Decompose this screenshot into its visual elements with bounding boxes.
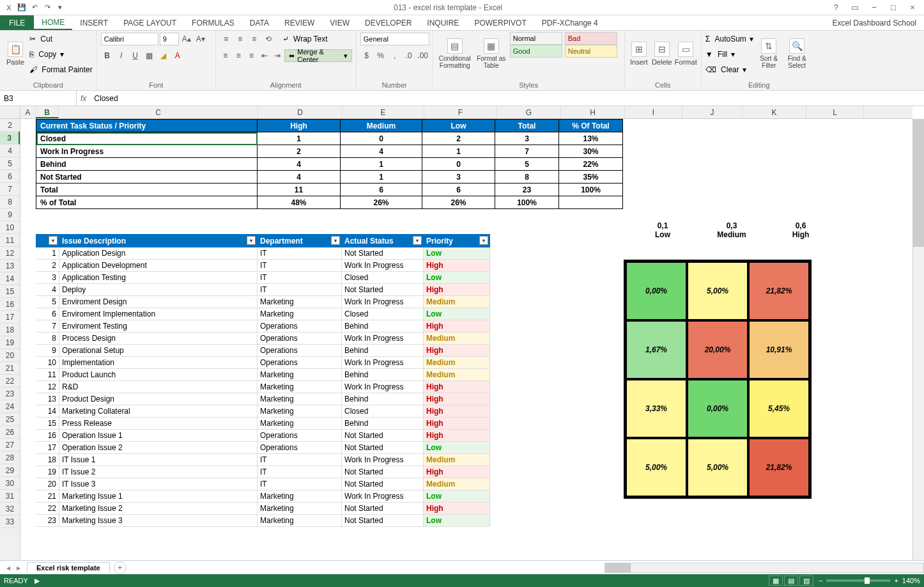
zoom-control[interactable]: − + 140% [819, 577, 920, 584]
ribbon-tab-review[interactable]: REVIEW [277, 15, 322, 30]
row-header[interactable]: 7 [0, 183, 20, 196]
name-box-input[interactable] [4, 94, 72, 103]
table-row[interactable]: Closed102313% [36, 132, 623, 145]
header-desc[interactable]: Issue Description▾ [59, 235, 258, 247]
autosum-button[interactable]: Σ AutoSum ▾ [705, 32, 753, 46]
table-row[interactable]: Behind410522% [36, 158, 623, 171]
add-sheet-button[interactable]: + [114, 561, 127, 574]
risk-cell[interactable]: 0,00% [626, 262, 687, 320]
ribbon-tab-view[interactable]: VIEW [322, 15, 357, 30]
fill-color-button[interactable]: ◢ [157, 49, 170, 62]
row-header[interactable]: 4 [0, 145, 20, 157]
risk-cell[interactable]: 10,91% [748, 320, 810, 379]
ribbon-options-button[interactable]: ▭ [846, 1, 864, 14]
risk-cell[interactable]: 1,67% [626, 320, 687, 379]
sheet-tab-active[interactable]: Excel risk template [27, 562, 110, 573]
table-row[interactable]: 2Application DevelopmentITWork In Progre… [36, 260, 490, 272]
table-row[interactable]: 9Operational SetupOperationsBehindHigh [36, 345, 490, 357]
clear-button[interactable]: ⌫ Clear ▾ [705, 63, 753, 77]
row-header[interactable]: 19 [0, 336, 20, 349]
ribbon-tab-home[interactable]: HOME [34, 15, 72, 30]
row-header[interactable]: 12 [0, 247, 20, 260]
filter-icon[interactable]: ▾ [49, 236, 58, 245]
row-header[interactable]: 32 [0, 503, 20, 515]
align-top-icon[interactable]: ≡ [220, 33, 233, 45]
row-header[interactable]: 25 [0, 413, 20, 426]
table-row[interactable]: Total116623100% [36, 184, 623, 196]
row-header[interactable]: 14 [0, 272, 20, 285]
zoom-level[interactable]: 140% [902, 577, 920, 584]
indent-dec-icon[interactable]: ⇤ [259, 49, 270, 62]
file-tab[interactable]: FILE [0, 15, 34, 30]
row-header[interactable]: 5 [0, 157, 20, 170]
row-header[interactable]: 10 [0, 221, 20, 234]
table-row[interactable]: Not Started413835% [36, 171, 623, 184]
row-header[interactable]: 24 [0, 400, 20, 413]
column-header[interactable]: D [258, 106, 343, 118]
inc-decimal-icon[interactable]: .0 [403, 49, 415, 62]
column-header[interactable]: A [20, 106, 36, 118]
paste-button[interactable]: 📋 Paste [4, 32, 27, 75]
table-row[interactable]: 12R&DMarketingWork In ProgressHigh [36, 381, 490, 393]
help-button[interactable]: ? [827, 1, 845, 14]
comma-icon[interactable]: , [389, 49, 401, 62]
conditional-formatting-button[interactable]: ▤Conditional Formatting [437, 32, 473, 75]
ribbon-tab-pdf-xchange-4[interactable]: PDF-XChange 4 [534, 15, 606, 30]
risk-cell[interactable]: 21,82% [748, 438, 810, 497]
table-row[interactable]: 14Marketing CollateralMarketingClosedHig… [36, 405, 490, 418]
risk-cell[interactable]: 5,00% [687, 262, 748, 320]
name-box[interactable] [0, 91, 77, 106]
horizontal-scrollbar[interactable] [604, 563, 924, 573]
risk-cell[interactable]: 20,00% [687, 320, 748, 379]
row-header[interactable]: 22 [0, 375, 20, 387]
delete-cells-button[interactable]: ⊟Delete [652, 32, 672, 75]
risk-cell[interactable]: 3,33% [626, 379, 687, 438]
table-row[interactable]: 22Marketing Issue 2MarketingNot StartedH… [36, 503, 490, 515]
sheet-nav[interactable]: ◂▸ [0, 563, 27, 572]
fx-icon[interactable]: fx [77, 94, 90, 103]
row-header[interactable]: 13 [0, 260, 20, 272]
row-header[interactable]: 16 [0, 298, 20, 311]
column-header[interactable]: H [561, 106, 625, 118]
ribbon-tab-powerpivot[interactable]: POWERPIVOT [466, 15, 534, 30]
column-header[interactable]: I [625, 106, 682, 118]
row-headers[interactable]: 2345678910111213141516171819202122232425… [0, 119, 20, 560]
row-header[interactable]: 23 [0, 387, 20, 400]
page-layout-icon[interactable]: ▤ [784, 575, 798, 586]
table-row[interactable]: 23Marketing Issue 3MarketingNot StartedL… [36, 515, 490, 527]
column-header[interactable]: F [424, 106, 497, 118]
spreadsheet-grid[interactable]: ABCDEFGHIJKL 234567891011121314151617181… [0, 106, 924, 560]
filter-icon[interactable]: ▾ [247, 236, 256, 245]
row-header[interactable]: 26 [0, 426, 20, 439]
column-header[interactable]: J [682, 106, 743, 118]
border-button[interactable]: ▦ [143, 49, 156, 62]
header-status[interactable]: Actual Status▾ [342, 235, 424, 247]
row-header[interactable]: 21 [0, 362, 20, 375]
column-header[interactable]: K [743, 106, 806, 118]
merge-center-button[interactable]: ⬌Merge & Center▾ [284, 49, 351, 62]
header-dept[interactable]: Department▾ [258, 235, 342, 247]
ribbon-tab-insert[interactable]: INSERT [72, 15, 116, 30]
row-header[interactable]: 28 [0, 451, 20, 464]
ribbon-tab-page-layout[interactable]: PAGE LAYOUT [116, 15, 184, 30]
row-header[interactable]: 18 [0, 324, 20, 336]
column-header[interactable]: G [497, 106, 561, 118]
format-painter-button[interactable]: 🖌 Format Painter [29, 63, 93, 77]
font-size-select[interactable]: 9 [160, 33, 179, 45]
filter-icon[interactable]: ▾ [479, 236, 488, 245]
zoom-slider[interactable] [826, 579, 890, 582]
row-header[interactable]: 15 [0, 285, 20, 298]
close-button[interactable]: × [904, 1, 921, 14]
format-as-table-button[interactable]: ▦Format as Table [475, 32, 507, 75]
ribbon-tab-data[interactable]: DATA [242, 15, 277, 30]
column-headers[interactable]: ABCDEFGHIJKL [20, 106, 912, 119]
table-row[interactable]: 6Enviroment ImplementationMarketingClose… [36, 308, 490, 320]
row-header[interactable]: 11 [0, 234, 20, 247]
align-middle-icon[interactable]: ≡ [234, 33, 247, 45]
cells-area[interactable]: Current Task Status / Priority High Medi… [20, 119, 912, 560]
style-normal[interactable]: Normal [510, 32, 562, 45]
bold-button[interactable]: B [101, 49, 114, 62]
dec-decimal-icon[interactable]: .00 [417, 49, 429, 62]
row-header[interactable]: 31 [0, 490, 20, 503]
table-row[interactable]: 8Process DesignOperationsWork In Progres… [36, 333, 490, 345]
